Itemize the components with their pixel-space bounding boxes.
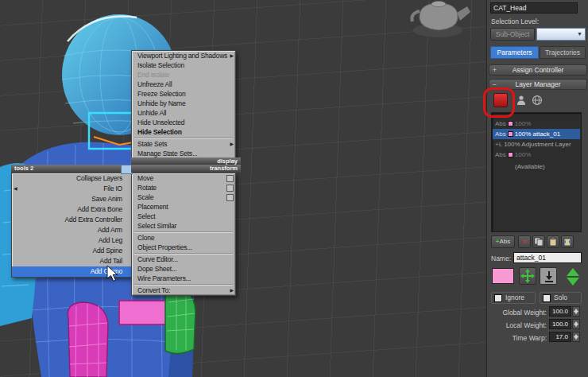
menu-item-save-anim[interactable]: Save Anim [12,194,132,204]
layer-row[interactable]: +L100% Adjustment Layer [493,139,580,150]
layer-text: 100% attack_01 [515,130,560,138]
ignore-checkbox[interactable] [494,294,502,302]
menu-item-end-isolate: End Isolate [132,70,235,80]
solo-checkbox-group: Solo [540,292,582,304]
layer-text: 100% [515,120,531,127]
layer-name-field[interactable] [513,252,582,263]
left-hand-pink[interactable] [68,302,108,377]
menu-item-hide-selection[interactable]: Hide Selection [132,127,235,137]
name-label: Name: [491,255,511,262]
chevron-down-icon: ▼ [577,31,582,37]
menu-item-isolate-selection[interactable]: Isolate Selection [132,60,235,70]
menu-item-select-similar[interactable]: Select Similar [132,221,235,231]
menu-item-hide-unselected[interactable]: Hide Unselected [132,118,235,127]
paste-layer-button[interactable] [547,235,559,248]
object-name-field[interactable] [490,2,578,14]
command-panel: Selection Level: Sub-Object ▼ Parameters… [486,0,588,377]
globe-icon[interactable] [532,95,543,106]
local-weight-spinner[interactable] [572,319,580,329]
layer-list[interactable]: Abs100% Abs100% attack_01 +L100% Adjustm… [491,112,582,232]
paste-mirrored-button[interactable] [561,235,574,248]
layer-row-available[interactable]: (Available) [493,161,580,172]
menu-item-select[interactable]: Select [132,212,235,221]
add-abs-layer-button[interactable]: +Abs [491,235,515,248]
menu-item-convert-to[interactable]: Convert To: [132,286,235,295]
layer-prefix: +L [495,141,502,148]
move-cross-icon [520,269,535,283]
menu-item-clone[interactable]: Clone [132,233,235,243]
sub-object-button[interactable]: Sub-Object [490,28,535,41]
layer-text: 100% Adjustment Layer [504,141,571,148]
quad-header-display[interactable]: display [131,157,241,165]
menu-item-add-extra-bone[interactable]: Add Extra Bone [12,204,132,215]
global-weight-spinner[interactable] [572,306,580,317]
rollout-title: Assign Controller [513,66,564,74]
tab-trajectories[interactable]: Trajectories [540,46,586,59]
time-warp-field[interactable] [549,332,571,342]
pink-selected-box[interactable] [119,301,168,325]
layer-color-swatch[interactable] [492,268,514,284]
selection-level-label: Selection Level: [491,17,539,25]
layer-color-chip [508,152,513,157]
menu-item-placement[interactable]: Placement [132,202,235,212]
copy-icon [534,237,544,247]
solo-checkbox[interactable] [543,294,551,302]
layer-row-selected[interactable]: Abs100% attack_01 [493,129,580,139]
move-layer-transform-button[interactable] [519,267,536,285]
quad-menu-display: Viewport Lighting and Shadows Isolate Se… [131,50,236,159]
ignore-checkbox-group: Ignore [491,292,536,304]
local-weight-label: Local Weight: [487,321,547,329]
menu-item-file-io[interactable]: File IO [12,184,132,194]
teapot-object[interactable] [412,2,470,38]
global-weight-field[interactable] [549,306,571,317]
delete-layer-button[interactable]: ✕ [518,235,531,248]
menu-item-add-arm[interactable]: Add Arm [12,225,132,235]
menu-item-collapse-layers[interactable]: Collapse Layers [12,173,132,184]
layer-text: (Available) [515,163,545,170]
menu-item-unhide-all[interactable]: Unhide All [132,108,235,118]
layer-prefix: Abs [495,151,506,158]
menu-item-move[interactable]: Move [132,173,235,183]
menu-item-scale[interactable]: Scale [132,192,235,202]
right-glove-green[interactable] [165,289,195,353]
solo-label: Solo [554,293,567,301]
time-warp-spinner[interactable] [572,332,580,342]
menu-item-add-extra-controller[interactable]: Add Extra Controller [12,215,132,225]
menu-item-freeze-selection[interactable]: Freeze Selection [132,89,235,99]
paste-icon [548,237,558,247]
layer-row[interactable]: Abs100% [493,119,580,129]
abs-label: Abs [499,238,510,245]
menu-item-state-sets[interactable]: State Sets [132,139,235,149]
layer-color-chip [508,131,513,137]
annotation-red-circle [483,87,515,118]
menu-item-object-properties[interactable]: Object Properties... [132,243,235,252]
menu-item-rotate[interactable]: Rotate [132,183,235,192]
menu-item-add-spine[interactable]: Add Spine [12,246,132,256]
time-warp-label: Time Warp: [487,334,547,342]
sub-object-level-dropdown[interactable]: ▼ [536,28,586,41]
layer-down-button[interactable] [567,278,579,286]
copy-layer-button[interactable] [532,235,545,248]
menu-item-viewport-lighting-and-shadows[interactable]: Viewport Lighting and Shadows [132,51,235,60]
rollout-assign-controller[interactable]: + Assign Controller [489,64,587,76]
menu-item-curve-editor[interactable]: Curve Editor... [132,255,235,264]
layer-row[interactable]: Abs100% [493,150,580,160]
snap-pose-button[interactable] [540,267,557,285]
character-icon[interactable] [516,95,527,106]
quad-header-transform[interactable]: transform [131,165,241,173]
menu-item-unfreeze-all[interactable]: Unfreeze All [132,80,235,89]
menu-item-add-leg[interactable]: Add Leg [12,235,132,246]
quad-header-tools2[interactable]: tools 2 [11,165,127,173]
layer-up-button[interactable] [567,268,579,276]
tab-parameters[interactable]: Parameters [490,46,539,59]
menu-item-wire-parameters[interactable]: Wire Parameters... [132,274,235,283]
plus-icon: + [493,65,497,76]
local-weight-field[interactable] [549,319,571,329]
layer-prefix: Abs [495,130,506,138]
quad-menu-transform: Move Rotate Scale Placement Select Selec… [131,173,236,296]
mouse-cursor [106,266,119,283]
download-arrow-icon [543,270,555,283]
menu-item-unhide-by-name[interactable]: Unhide by Name [132,99,235,108]
menu-item-dope-sheet[interactable]: Dope Sheet... [132,264,235,274]
ignore-label: Ignore [505,293,524,301]
